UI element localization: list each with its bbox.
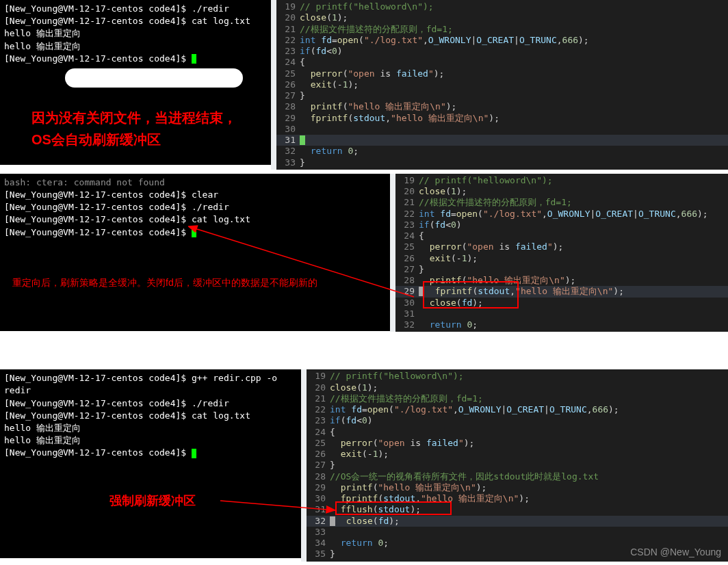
line-number: 19 (276, 1, 300, 12)
terminal-3[interactable]: [New_Young@VM-12-17-centos code4]$ g++ r… (0, 369, 301, 558)
line-number: 20 (276, 12, 300, 23)
code-editor-1[interactable]: 19// printf("helloword\n");20close(1);21… (276, 0, 728, 170)
code-line: 27} (276, 90, 728, 101)
line-number: 19 (307, 371, 330, 382)
term-line: [New_Young@VM-12-17-centos code4]$ ./red… (4, 3, 267, 15)
code-line: 25 perror("open is failed"); (276, 68, 728, 79)
whiteout-smudge (65, 68, 243, 88)
code-line: 22int fd=open("./log.txt",O_WRONLY|O_CRE… (307, 404, 728, 415)
code-line: 23if(fd<0) (395, 220, 728, 231)
code-line: 25 perror("open is failed"); (395, 241, 728, 252)
code-line: 22int fd=open("./log.txt",O_WRONLY|O_CRE… (276, 35, 728, 46)
code-line: 27} (307, 460, 728, 471)
term-line: [New_Young@VM-12-17-centos code4]$ cat l… (4, 410, 297, 422)
line-number: 26 (307, 449, 330, 460)
code-editor-2[interactable]: 19// printf("helloword\n");20close(1);21… (395, 174, 728, 332)
term-line: [New_Young@VM-12-17-centos code4]$ ./red… (4, 201, 386, 213)
line-number: 21 (395, 197, 419, 208)
code-line: 19// printf("helloword\n"); (276, 1, 728, 12)
line-number: 22 (307, 404, 330, 415)
line-number: 20 (307, 382, 330, 393)
svg-line-3 (220, 501, 335, 510)
editor-cursor-icon (330, 516, 335, 526)
line-number: 28 (307, 471, 330, 482)
term-line: hello 输出重定向 (4, 40, 267, 53)
code-line: 30 (276, 124, 728, 135)
line-number: 21 (276, 24, 300, 35)
line-number: 28 (276, 101, 300, 112)
terminal-1[interactable]: [New_Young@VM-12-17-centos code4]$ ./red… (0, 0, 271, 165)
line-number: 21 (307, 393, 330, 404)
term-line: hello 输出重定向 (4, 27, 267, 40)
gutter (271, 0, 276, 170)
line-number: 26 (276, 79, 300, 90)
line-number: 25 (307, 438, 330, 449)
line-number: 29 (307, 482, 330, 493)
code-line: 28 printf("hello 输出重定向\n"); (276, 101, 728, 112)
term-line: [New_Young@VM-12-17-centos code4]$ (4, 447, 297, 459)
term-line: [New_Young@VM-12-17-centos code4]$ (4, 53, 267, 65)
term-line: hello 输出重定向 (4, 434, 297, 447)
line-number: 27 (307, 460, 330, 471)
term-line: [New_Young@VM-12-17-centos code4]$ clear (4, 189, 386, 201)
code-line: 31 (395, 308, 728, 319)
line-number: 24 (307, 427, 330, 438)
line-number: 24 (276, 57, 300, 68)
line-number: 20 (395, 186, 419, 197)
svg-line-1 (195, 228, 414, 297)
line-number: 30 (276, 124, 300, 135)
code-line: 24{ (395, 231, 728, 241)
code-line: 32 return 0; (276, 146, 728, 157)
arrow-icon (188, 222, 421, 304)
code-line: 21//根据文件描述符的分配原则，fd=1; (395, 197, 728, 208)
panel-group-2: bash: ctera: command not found [New_Youn… (0, 174, 728, 332)
cursor-icon (192, 449, 196, 458)
panel-group-1: [New_Young@VM-12-17-centos code4]$ ./red… (0, 0, 728, 170)
line-number: 35 (307, 549, 330, 560)
term-line: hello 输出重定向 (4, 422, 297, 434)
highlight-box-fflush (335, 501, 452, 515)
code-line: 21//根据文件描述符的分配原则，fd=1; (307, 393, 728, 404)
annotation-red-1: 因为没有关闭文件，当进程结束，OS会自动刷新缓冲区 (31, 107, 250, 150)
code-line: 26 exit(-1); (307, 449, 728, 460)
code-line: 23if(fd<0) (276, 46, 728, 57)
term-line: [New_Young@VM-12-17-centos code4]$ ./red… (4, 397, 297, 410)
code-line: 32 return 0; (395, 319, 728, 330)
code-line: 23if(fd<0) (307, 415, 728, 426)
line-number: 25 (276, 68, 300, 79)
line-number: 34 (307, 538, 330, 549)
arrow-icon (219, 498, 342, 514)
gutter (301, 369, 307, 561)
code-line: 31 (276, 135, 728, 146)
code-line: 19// printf("helloword\n"); (307, 371, 728, 382)
code-line: 33} (276, 157, 728, 168)
code-line: 29 printf("hello 输出重定向\n"); (307, 482, 728, 493)
code-line: 20close(1); (307, 382, 728, 393)
line-number: 29 (276, 113, 300, 124)
code-editor-3[interactable]: 19// printf("helloword\n");20close(1);21… (307, 369, 728, 561)
code-line: 33 (307, 527, 728, 538)
line-number: 32 (276, 146, 300, 157)
line-number: 33 (276, 157, 300, 168)
term-line: bash: ctera: command not found (4, 176, 386, 189)
code-line: 21//根据文件描述符的分配原则，fd=1; (276, 24, 728, 35)
line-number: 27 (276, 90, 300, 101)
code-line: 20close(1); (276, 12, 728, 23)
line-number: 32 (395, 319, 419, 330)
code-line: 20close(1); (395, 186, 728, 197)
code-line: 26 exit(-1); (395, 253, 728, 264)
code-line: 29 fprintf(stdout,"hello 输出重定向\n"); (276, 113, 728, 124)
term-line: [New_Young@VM-12-17-centos code4]$ g++ r… (4, 372, 297, 397)
code-line: 24{ (307, 427, 728, 438)
line-number: 19 (395, 175, 419, 186)
code-line: 28//OS会一统一的视角看待所有文件，因此stdout此时就是log.txt (307, 471, 728, 482)
line-number: 23 (276, 46, 300, 57)
code-line: 24{ (276, 57, 728, 68)
term-line: [New_Young@VM-12-17-centos code4]$ cat l… (4, 15, 267, 27)
annotation-red-3: 强制刷新缓冲区 (109, 492, 196, 510)
line-number: 22 (276, 35, 300, 46)
editor-cursor-icon (300, 135, 305, 145)
code-line: 19// printf("helloword\n"); (395, 175, 728, 186)
line-number: 31 (276, 135, 300, 146)
line-number: 23 (307, 415, 330, 426)
